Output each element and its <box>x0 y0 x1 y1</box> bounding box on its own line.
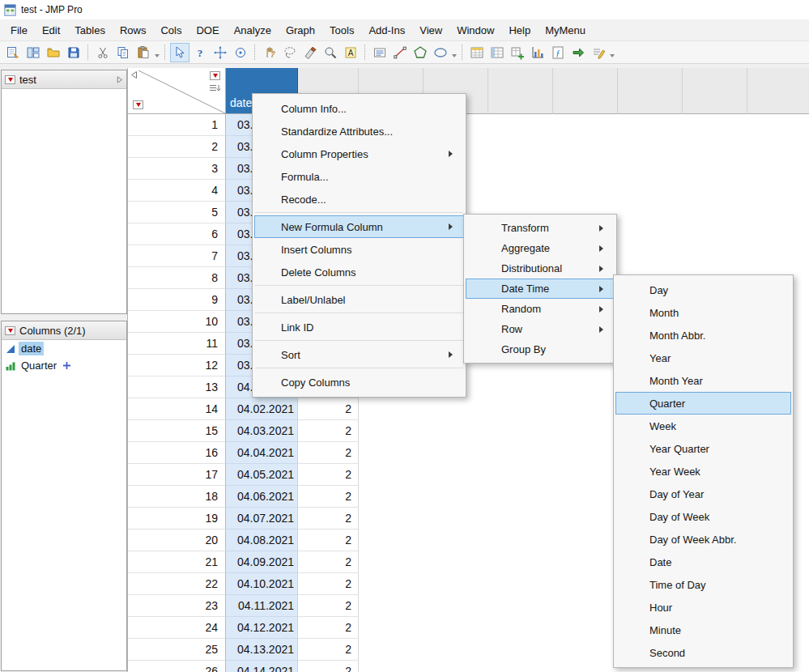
menu-item-row[interactable]: Row <box>466 319 615 339</box>
row-number[interactable]: 1 <box>128 114 226 136</box>
cell-quarter[interactable]: 2 <box>298 486 359 508</box>
row-number[interactable]: 24 <box>128 617 226 639</box>
cell-date[interactable]: 04.03.2021 <box>226 420 298 442</box>
row-number[interactable]: 6 <box>128 223 226 245</box>
empty-column-header[interactable] <box>553 68 618 114</box>
menu-item-date[interactable]: Date <box>615 551 791 573</box>
rows-header-red-triangle-button[interactable] <box>133 100 143 109</box>
magnifier-tool-icon[interactable] <box>321 43 340 62</box>
sidebar-collapse-icon[interactable] <box>130 70 138 79</box>
column-item-date[interactable]: date <box>2 340 126 357</box>
menu-item-delete-columns[interactable]: Delete Columns <box>254 261 464 283</box>
brush-tool-icon[interactable] <box>300 43 320 62</box>
row-number[interactable]: 13 <box>128 376 226 398</box>
empty-column-header[interactable] <box>747 68 809 114</box>
formula-badge-icon[interactable] <box>62 361 71 370</box>
column-label[interactable]: Quarter <box>19 359 59 372</box>
row-number[interactable]: 22 <box>128 573 226 595</box>
column-list-filter-icon[interactable] <box>209 83 221 94</box>
menu-help[interactable]: Help <box>501 19 538 40</box>
menu-item-group-by[interactable]: Group By <box>466 339 615 359</box>
menu-item-year-quarter[interactable]: Year Quarter <box>615 437 791 460</box>
menu-doe[interactable]: DOE <box>189 19 226 40</box>
menu-item-week[interactable]: Week <box>615 415 791 437</box>
cell-quarter[interactable]: 2 <box>298 420 359 442</box>
cell-quarter[interactable]: 2 <box>298 530 359 551</box>
cell-date[interactable]: 04.10.2021 <box>226 573 298 595</box>
menu-item-column-properties[interactable]: Column Properties <box>254 142 464 165</box>
cell-date[interactable]: 04.07.2021 <box>226 508 298 530</box>
menu-item-time-of-day[interactable]: Time of Day <box>615 573 791 596</box>
menu-item-day-of-week[interactable]: Day of Week <box>615 505 791 528</box>
menu-view[interactable]: View <box>412 19 449 40</box>
menu-analyze[interactable]: Analyze <box>227 19 279 40</box>
row-number[interactable]: 17 <box>128 464 226 486</box>
row-number[interactable]: 14 <box>128 398 226 420</box>
menu-item-label-unlabel[interactable]: Label/Unlabel <box>254 288 464 311</box>
cell-date[interactable]: 04.12.2021 <box>226 617 298 639</box>
cell-quarter[interactable]: 2 <box>298 639 359 661</box>
layout-manager-icon[interactable] <box>23 43 43 62</box>
menu-item-day-of-year[interactable]: Day of Year <box>615 483 791 505</box>
menu-item-day-of-week-abbr[interactable]: Day of Week Abbr. <box>615 528 791 551</box>
menu-item-month-year[interactable]: Month Year <box>615 369 791 392</box>
column-item-quarter[interactable]: Quarter <box>2 357 126 374</box>
cell-quarter[interactable]: 2 <box>298 464 359 486</box>
menu-tables[interactable]: Tables <box>67 19 113 40</box>
cell-date[interactable]: 04.04.2021 <box>226 442 298 464</box>
row-number[interactable]: 11 <box>128 333 226 355</box>
arrow-tool-icon[interactable] <box>170 43 189 62</box>
menu-item-new-formula-column[interactable]: New Formula Column <box>254 215 464 238</box>
menu-item-sort[interactable]: Sort <box>254 343 464 366</box>
row-number[interactable]: 19 <box>128 508 226 530</box>
cell-date[interactable]: 04.05.2021 <box>226 464 298 486</box>
copy-icon[interactable] <box>113 43 133 62</box>
cell-date[interactable]: 04.09.2021 <box>226 551 298 573</box>
cell-date[interactable]: 04.13.2021 <box>226 639 298 661</box>
row-number[interactable]: 16 <box>128 442 226 464</box>
menu-item-formula[interactable]: Formula... <box>254 165 464 188</box>
annotate-tool-icon[interactable]: A <box>341 43 360 62</box>
empty-column-header[interactable] <box>488 68 553 114</box>
cell-quarter[interactable]: 2 <box>298 661 359 672</box>
menu-add-ins[interactable]: Add-Ins <box>361 19 412 40</box>
subset-table-icon[interactable] <box>508 43 527 62</box>
row-number[interactable]: 3 <box>128 158 226 180</box>
menu-item-column-info[interactable]: Column Info... <box>254 97 464 120</box>
menu-item-year-week[interactable]: Year Week <box>615 460 791 483</box>
formula-icon[interactable]: ƒ <box>548 43 568 62</box>
polygon-tool-icon[interactable] <box>411 43 430 62</box>
cell-date[interactable]: 04.02.2021 <box>226 398 298 420</box>
row-number[interactable]: 4 <box>128 180 226 202</box>
column-label[interactable]: date <box>19 342 44 355</box>
cell-quarter[interactable]: 2 <box>298 398 359 420</box>
menu-graph[interactable]: Graph <box>279 19 322 40</box>
menu-edit[interactable]: Edit <box>35 19 67 40</box>
row-number[interactable]: 12 <box>128 355 226 376</box>
open-file-icon[interactable] <box>44 43 63 62</box>
row-number[interactable]: 20 <box>128 530 226 551</box>
table-red-triangle-button[interactable] <box>5 75 15 84</box>
summary-table-icon[interactable] <box>488 43 507 62</box>
lasso-tool-icon[interactable] <box>280 43 300 62</box>
menu-item-minute[interactable]: Minute <box>615 619 791 641</box>
panel-collapse-chevron-icon[interactable] <box>116 76 123 83</box>
cell-quarter[interactable]: 2 <box>298 595 359 617</box>
row-number[interactable]: 26 <box>128 661 226 672</box>
row-number[interactable]: 7 <box>128 245 226 267</box>
menu-cols[interactable]: Cols <box>153 19 189 40</box>
row-number[interactable]: 25 <box>128 639 226 661</box>
simple-shape-tool-icon[interactable] <box>390 43 410 62</box>
script-editor-icon[interactable] <box>589 43 608 62</box>
graph-builder-icon[interactable] <box>528 43 547 62</box>
columns-header-red-triangle-button[interactable] <box>210 71 220 80</box>
cell-date[interactable]: 04.08.2021 <box>226 530 298 551</box>
row-number[interactable]: 9 <box>128 289 226 311</box>
menu-file[interactable]: File <box>3 19 35 40</box>
menu-item-standardize-attributes[interactable]: Standardize Attributes... <box>254 120 464 142</box>
menu-item-insert-columns[interactable]: Insert Columns <box>254 238 464 261</box>
row-number[interactable]: 15 <box>128 420 226 442</box>
columns-red-triangle-button[interactable] <box>5 326 15 335</box>
help-tool-icon[interactable]: ? <box>190 43 210 62</box>
menu-item-distributional[interactable]: Distributional <box>466 258 615 279</box>
